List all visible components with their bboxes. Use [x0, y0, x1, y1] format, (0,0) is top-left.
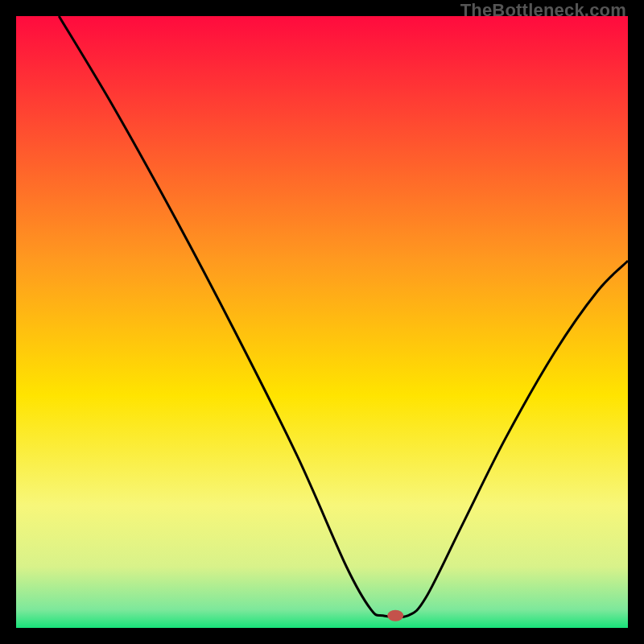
chart-plot-area [16, 16, 628, 628]
chart-svg [16, 16, 628, 628]
optimal-point-marker [387, 610, 403, 621]
chart-background [16, 16, 628, 628]
